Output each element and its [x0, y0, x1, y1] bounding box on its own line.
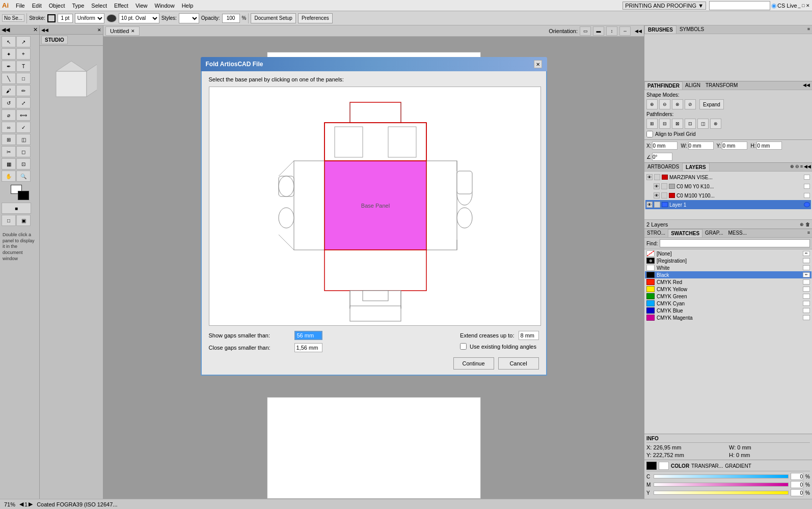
width-tool[interactable]: ⟺ — [16, 109, 31, 121]
color-tab[interactable]: COLOR — [671, 463, 689, 469]
mesh-tool[interactable]: ⊞ — [2, 134, 16, 145]
next-page-btn[interactable]: ▶ — [29, 501, 33, 507]
continue-btn[interactable]: Continue — [453, 357, 494, 370]
opacity-input[interactable] — [222, 14, 240, 23]
transform-tab[interactable]: TRANSFORM — [703, 81, 740, 90]
new-layer-btn[interactable]: ⊕ — [800, 222, 804, 227]
swatch-black[interactable]: Black ✏ — [645, 271, 811, 278]
warp-tool[interactable]: ⌀ — [2, 109, 16, 121]
mess-tab[interactable]: MESS... — [725, 229, 749, 237]
shape-exclude-btn[interactable]: ⊘ — [685, 99, 696, 109]
eraser-tool[interactable]: ◻ — [16, 146, 31, 157]
symbols-tab[interactable]: SYMBOLS — [676, 25, 707, 34]
color-fill-swatch[interactable] — [646, 462, 657, 470]
preferences-btn[interactable]: Preferences — [298, 13, 333, 23]
prev-page-btn[interactable]: ◀ — [19, 501, 23, 507]
modal-close-btn[interactable]: ✕ — [534, 60, 542, 68]
blend-tool[interactable]: ∞ — [2, 122, 16, 133]
modal-canvas[interactable]: Base Panel — [209, 87, 541, 326]
h-input[interactable] — [756, 142, 782, 150]
menu-type[interactable]: Type — [69, 2, 88, 10]
layer-eye-1[interactable]: 👁 — [646, 174, 653, 180]
swatch-none[interactable]: [None] ✏ — [645, 250, 811, 257]
c-slider[interactable] — [654, 474, 789, 478]
printing-dropdown[interactable]: PRINTING AND PROOFING ▼ — [622, 2, 706, 10]
artboards-tab[interactable]: ARTBOARDS — [644, 163, 682, 171]
m-slider[interactable] — [654, 483, 789, 487]
swatch-cmyk-red[interactable]: CMYK Red — [645, 278, 811, 286]
menu-select[interactable]: Select — [88, 2, 110, 10]
magic-wand-tool[interactable]: ✦ — [2, 48, 16, 60]
stroke-tab[interactable]: STRO... — [644, 229, 668, 237]
menu-object[interactable]: Object — [46, 2, 68, 10]
direct-selection-tool[interactable]: ↗ — [16, 36, 31, 47]
orient-landscape[interactable]: ▬ — [593, 26, 604, 36]
layer-item-2[interactable]: 👁 C0 M0 Y0 K10... — [645, 182, 811, 191]
info-tab[interactable]: INFO — [646, 436, 659, 441]
layer-lock-4[interactable] — [654, 202, 660, 208]
search-input[interactable] — [709, 1, 770, 10]
find-input[interactable] — [660, 239, 810, 247]
swatch-cmyk-cyan[interactable]: CMYK Cyan — [645, 300, 811, 307]
pathfinder-tab[interactable]: PATHFINDER — [644, 81, 683, 90]
gradient-tool[interactable]: ◫ — [16, 134, 31, 145]
canvas-tab-label[interactable]: Untitled — [110, 28, 129, 34]
x-input[interactable] — [652, 142, 678, 150]
column-chart-tool[interactable]: ▦ — [2, 158, 16, 169]
orient-flip[interactable]: ↕ — [606, 26, 617, 36]
graph-tab[interactable]: GRAP... — [702, 229, 725, 237]
align-pixel-checkbox[interactable] — [646, 131, 653, 137]
cancel-btn[interactable]: Cancel — [498, 357, 539, 370]
align-tab[interactable]: ALIGN — [683, 81, 703, 90]
swatch-cmyk-magenta[interactable]: CMYK Magenta — [645, 314, 811, 321]
pf-crop[interactable]: ⊡ — [685, 119, 696, 129]
stroke-color-swatch[interactable] — [47, 14, 56, 22]
y-slider[interactable] — [654, 491, 789, 495]
layer-item-4[interactable]: 👁 Layer 1 — [645, 200, 811, 209]
c-value[interactable] — [791, 473, 803, 480]
use-existing-checkbox[interactable] — [460, 343, 467, 350]
stroke-width-input[interactable] — [58, 14, 73, 23]
studio-tool[interactable]: ■ — [2, 203, 31, 214]
artboard-tool[interactable]: ⊡ — [16, 158, 31, 169]
w-input[interactable] — [688, 142, 714, 150]
layer-lock-3[interactable] — [661, 192, 667, 199]
screen-mode-1[interactable]: □ — [2, 215, 16, 226]
angle-input[interactable] — [652, 153, 672, 161]
extend-creases-input[interactable] — [519, 331, 539, 340]
pencil-tool[interactable]: ✏ — [16, 85, 31, 96]
zoom-tool[interactable]: 🔍 — [16, 171, 31, 182]
close-gaps-input[interactable] — [294, 343, 322, 352]
menu-effect[interactable]: Effect — [111, 2, 131, 10]
pf-outline[interactable]: ◫ — [697, 119, 709, 129]
menu-window[interactable]: Window — [152, 2, 178, 10]
stroke-color-box[interactable] — [18, 191, 29, 200]
swatch-cmyk-green[interactable]: CMYK Green — [645, 293, 811, 300]
lasso-tool[interactable]: ⌖ — [16, 48, 31, 60]
m-value[interactable] — [791, 481, 803, 488]
orient-rotate[interactable]: ↔ — [619, 26, 631, 36]
gradient-tab[interactable]: GRADIENT — [725, 463, 751, 469]
swatch-white[interactable]: White — [645, 264, 811, 271]
menu-edit[interactable]: Edit — [29, 2, 45, 10]
type-tool[interactable]: T — [16, 61, 31, 72]
menu-help[interactable]: Help — [179, 2, 197, 10]
menu-file[interactable]: File — [13, 2, 28, 10]
studio-tab[interactable]: STUDIO — [41, 36, 68, 44]
y-value[interactable] — [791, 489, 803, 496]
window-controls[interactable]: _ □ ✕ — [798, 3, 810, 8]
expand-btn[interactable]: Expand — [699, 99, 724, 109]
screen-mode-2[interactable]: ▣ — [16, 215, 31, 226]
delete-layer-btn[interactable]: 🗑 — [805, 222, 810, 227]
swatch-registration[interactable]: ⊕ [Registration] — [645, 257, 811, 264]
layer-lock-1[interactable] — [654, 174, 660, 180]
swatch-cmyk-yellow[interactable]: CMYK Yellow — [645, 286, 811, 293]
layers-tab[interactable]: LAYERS — [682, 163, 710, 171]
swatches-tab[interactable]: SWATCHES — [668, 229, 702, 237]
rotate-tool[interactable]: ↺ — [2, 97, 16, 108]
stroke-type-select[interactable]: Uniform — [75, 13, 104, 23]
shape-minus-btn[interactable]: ⊖ — [659, 99, 670, 109]
line-tool[interactable]: ╲ — [2, 73, 16, 84]
pf-trim[interactable]: ⊟ — [659, 119, 670, 129]
pen-tool[interactable]: ✒ — [2, 61, 16, 72]
